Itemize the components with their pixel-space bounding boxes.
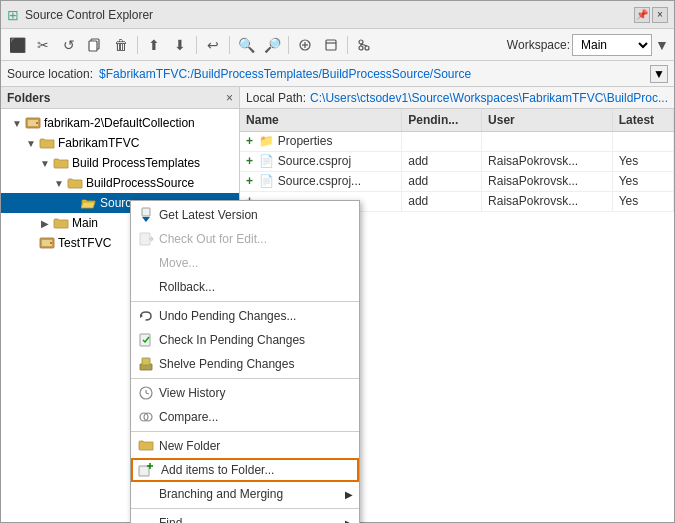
toolbar-zoom-btn[interactable]: 🔎 <box>260 33 284 57</box>
menu-sep-3 <box>131 431 359 432</box>
menu-label-branching: Branching and Merging <box>159 487 283 501</box>
menu-item-get-latest[interactable]: Get Latest Version <box>131 203 359 227</box>
menu-label-undo: Undo Pending Changes... <box>159 309 296 323</box>
toolbar-extra2-btn[interactable] <box>319 33 343 57</box>
menu-item-shelve[interactable]: Shelve Pending Changes <box>131 352 359 376</box>
close-button[interactable]: × <box>652 7 668 23</box>
svg-rect-5 <box>326 40 336 50</box>
files-table: Name Pendin... User Latest + 📁 Propertie… <box>240 109 674 212</box>
local-path-label: Local Path: <box>246 91 306 105</box>
file-latest: Yes <box>612 151 673 171</box>
toolbar-cut-btn[interactable]: ✂ <box>31 33 55 57</box>
menu-sep-2 <box>131 378 359 379</box>
file-latest: Yes <box>612 191 673 211</box>
menu-item-check-in[interactable]: Check In Pending Changes <box>131 328 359 352</box>
local-path-bar: Local Path: C:\Users\ctsodev1\Source\Wor… <box>240 87 674 109</box>
menu-item-undo[interactable]: Undo Pending Changes... <box>131 304 359 328</box>
file-latest: Yes <box>612 171 673 191</box>
branching-icon <box>137 485 155 503</box>
folder-icon-3 <box>67 177 83 189</box>
title-bar-buttons: 📌 × <box>634 7 668 23</box>
file-user: RaisaPokrovsk... <box>482 191 613 211</box>
toolbar-delete-btn[interactable]: 🗑 <box>109 33 133 57</box>
tree-item-buildprocess[interactable]: ▼ Build ProcessTemplates <box>1 153 239 173</box>
menu-item-branching[interactable]: Branching and Merging ▶ <box>131 482 359 506</box>
window-title: Source Control Explorer <box>25 8 628 22</box>
menu-sep-1 <box>131 301 359 302</box>
svg-point-9 <box>359 46 363 50</box>
folder-inline-icon: 📁 <box>259 134 274 148</box>
toolbar-extra1-btn[interactable] <box>293 33 317 57</box>
folders-panel-header: Folders × <box>1 87 239 109</box>
pin-button[interactable]: 📌 <box>634 7 650 23</box>
context-menu: Get Latest Version Check Out for Edit...… <box>130 200 360 523</box>
get-latest-icon <box>137 206 155 224</box>
file-user: RaisaPokrovsk... <box>482 151 613 171</box>
toolbar-sep-4 <box>288 36 289 54</box>
table-row[interactable]: + 📁 Properties <box>240 131 673 151</box>
toolbar-branch-btn[interactable] <box>352 33 376 57</box>
folder-icon-2 <box>53 157 69 169</box>
workspace-select[interactable]: Main <box>572 34 652 56</box>
table-row[interactable]: + 📄 Source.csproj add RaisaPokrovsk... Y… <box>240 151 673 171</box>
cs-file-icon-2: 📄 <box>259 174 274 188</box>
folder-icon-4 <box>53 217 69 229</box>
toolbar: ⬛ ✂ ↺ 🗑 ⬆ ⬇ ↩ 🔍 🔎 Workspace: Main ▼ <box>1 29 674 61</box>
col-latest[interactable]: Latest <box>612 109 673 131</box>
expand-icon-2: ▼ <box>23 138 39 149</box>
col-user[interactable]: User <box>482 109 613 131</box>
tree-item-fabrikamtfvc[interactable]: ▼ FabrikamTFVC <box>1 133 239 153</box>
plus-icon: + <box>246 154 253 168</box>
svg-rect-18 <box>142 208 150 216</box>
menu-label-get-latest: Get Latest Version <box>159 208 258 222</box>
tree-label-testtfvc: TestTFVC <box>58 236 111 250</box>
history-icon <box>137 384 155 402</box>
find-icon <box>137 514 155 523</box>
tree-label-main: Main <box>72 216 98 230</box>
menu-item-new-folder[interactable]: New Folder <box>131 434 359 458</box>
toolbar-workspace-dropdown[interactable]: ▼ <box>654 33 670 57</box>
server-icon-2 <box>39 236 55 250</box>
tree-label-buildprocesssource: BuildProcessSource <box>86 176 194 190</box>
file-name: + 📄 Source.csproj <box>240 151 402 171</box>
menu-item-find[interactable]: Find ▶ <box>131 511 359 523</box>
menu-label-add-items: Add items to Folder... <box>161 463 274 477</box>
svg-rect-20 <box>140 233 150 245</box>
col-name[interactable]: Name <box>240 109 402 131</box>
tree-label-buildprocess: Build ProcessTemplates <box>72 156 200 170</box>
tree-item-fabrikam[interactable]: ▼ fabrikam-2\DefaultCollection <box>1 113 239 133</box>
tree-item-buildprocesssource[interactable]: ▼ BuildProcessSource <box>1 173 239 193</box>
shelve-icon <box>137 355 155 373</box>
svg-point-17 <box>50 242 52 244</box>
col-pending[interactable]: Pendin... <box>402 109 482 131</box>
menu-item-check-out: Check Out for Edit... <box>131 227 359 251</box>
toolbar-search-btn[interactable]: 🔍 <box>234 33 258 57</box>
toolbar-new-btn[interactable]: ⬛ <box>5 33 29 57</box>
compare-icon <box>137 408 155 426</box>
menu-item-view-history[interactable]: View History <box>131 381 359 405</box>
toolbar-refresh-btn[interactable]: ↺ <box>57 33 81 57</box>
menu-item-rollback[interactable]: Rollback... <box>131 275 359 299</box>
plus-icon: + <box>246 134 253 148</box>
table-row[interactable]: + 📄 Source.csproj... add RaisaPokrovsk..… <box>240 171 673 191</box>
file-pending <box>402 131 482 151</box>
menu-label-check-out: Check Out for Edit... <box>159 232 267 246</box>
toolbar-up-btn[interactable]: ⬆ <box>142 33 166 57</box>
source-location-dropdown[interactable]: ▼ <box>650 65 668 83</box>
toolbar-undo-btn[interactable]: ↩ <box>201 33 225 57</box>
toolbar-copy-btn[interactable] <box>83 33 107 57</box>
toolbar-down-btn[interactable]: ⬇ <box>168 33 192 57</box>
workspace-label: Workspace: <box>507 38 570 52</box>
menu-item-compare[interactable]: Compare... <box>131 405 359 429</box>
menu-sep-4 <box>131 508 359 509</box>
local-path-value[interactable]: C:\Users\ctsodev1\Source\Workspaces\Fabr… <box>310 91 668 105</box>
folders-panel-close[interactable]: × <box>226 91 233 105</box>
tree-label-fabrikamtfvc: FabrikamTFVC <box>58 136 139 150</box>
menu-label-check-in: Check In Pending Changes <box>159 333 305 347</box>
submenu-arrow-find: ▶ <box>345 518 353 524</box>
expand-icon-3: ▼ <box>37 158 53 169</box>
source-location-path[interactable]: $FabrikamTFVC:/BuildProcessTemplates/Bui… <box>99 67 644 81</box>
file-name: + 📄 Source.csproj... <box>240 171 402 191</box>
menu-item-add-items[interactable]: Add items to Folder... <box>131 458 359 482</box>
svg-rect-1 <box>89 41 97 51</box>
